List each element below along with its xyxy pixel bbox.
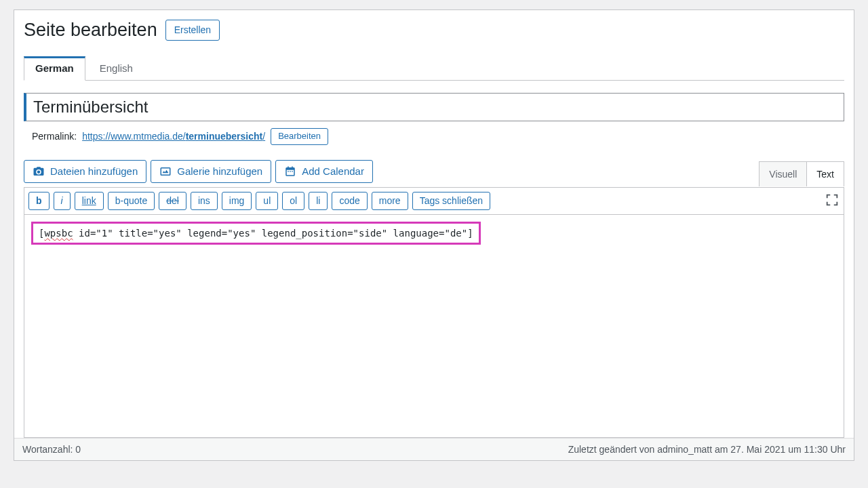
tab-visual[interactable]: Visuell (760, 162, 806, 186)
add-files-label: Dateien hinzufügen (50, 165, 138, 177)
calendar-icon (284, 165, 296, 178)
media-buttons-row: Dateien hinzufügen Galerie hinzufügen Ad… (24, 160, 844, 183)
qt-img-button[interactable]: img (222, 192, 252, 210)
qt-bquote-button[interactable]: b-quote (108, 192, 155, 210)
qt-italic-button[interactable]: i (54, 192, 71, 210)
tab-english[interactable]: English (88, 56, 144, 81)
qt-ol-button[interactable]: ol (282, 192, 304, 210)
word-count: Wortanzahl: 0 (22, 444, 81, 455)
qt-ins-button[interactable]: ins (191, 192, 218, 210)
quicktags-toolbar: b i link b-quote del ins img ul ol li co… (24, 187, 844, 214)
tab-german[interactable]: German (24, 56, 85, 81)
permalink-label: Permalink: (32, 131, 77, 142)
permalink-link[interactable]: https://www.mtmedia.de/terminuebersicht/ (82, 131, 265, 142)
permalink-row: Permalink: https://www.mtmedia.de/termin… (24, 128, 844, 145)
page-title: Seite bearbeiten (24, 20, 157, 41)
editor-tabs: Visuell Text (759, 161, 844, 186)
last-modified: Zuletzt geändert von admino_matt am 27. … (568, 444, 846, 455)
add-files-button[interactable]: Dateien hinzufügen (24, 160, 146, 183)
gallery-icon (159, 165, 172, 178)
tab-text[interactable]: Text (806, 162, 844, 186)
qt-code-button[interactable]: code (332, 192, 367, 210)
qt-more-button[interactable]: more (372, 192, 408, 210)
qt-ul-button[interactable]: ul (256, 192, 278, 210)
add-gallery-button[interactable]: Galerie hinzufügen (151, 160, 271, 183)
shortcode-highlight: [wpsbc id="1" title="yes" legend="yes" l… (31, 222, 481, 245)
qt-link-button[interactable]: link (75, 192, 104, 210)
create-button[interactable]: Erstellen (165, 20, 220, 40)
add-gallery-label: Galerie hinzufügen (177, 165, 262, 177)
qt-del-button[interactable]: del (159, 192, 186, 210)
qt-li-button[interactable]: li (309, 192, 328, 210)
qt-bold-button[interactable]: b (28, 192, 50, 210)
status-bar: Wortanzahl: 0 Zuletzt geändert von admin… (14, 438, 854, 460)
camera-icon (33, 165, 45, 178)
language-tabs: German English (24, 56, 844, 81)
header-row: Seite bearbeiten Erstellen (24, 20, 844, 41)
fullscreen-icon[interactable] (825, 192, 840, 209)
add-calendar-button[interactable]: Add Calendar (275, 160, 373, 183)
add-calendar-label: Add Calendar (302, 165, 364, 177)
permalink-edit-button[interactable]: Bearbeiten (271, 128, 328, 145)
qt-close-tags-button[interactable]: Tags schließen (412, 192, 490, 210)
post-title-input[interactable] (24, 93, 844, 121)
editor-textarea[interactable]: [wpsbc id="1" title="yes" legend="yes" l… (24, 214, 844, 438)
